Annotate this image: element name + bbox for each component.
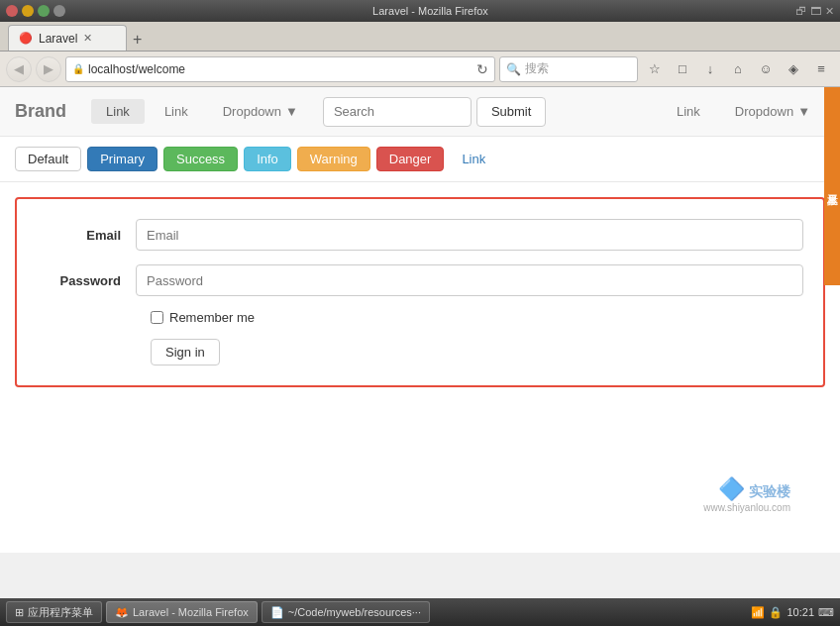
reader-icon[interactable]: □	[670, 56, 695, 82]
site-brand: Brand	[15, 101, 81, 122]
new-tab-button[interactable]: +	[127, 31, 148, 49]
forward-icon: ▶	[44, 61, 53, 76]
search-icon: 🔍	[506, 62, 521, 76]
watermark-sub: www.shiyanlou.com	[703, 502, 790, 513]
side-panel[interactable]: 显示工具栏	[824, 87, 840, 285]
site-navbar: Brand Link Link Dropdown ▼ Submit Link D…	[0, 87, 840, 137]
btn-primary[interactable]: Primary	[87, 147, 158, 171]
watermark-main: 🔷 实验楼	[703, 476, 790, 502]
nav-right-dropdown-label: Dropdown	[735, 104, 793, 119]
pocket-icon[interactable]: ◈	[781, 56, 806, 82]
remember-row: Remember me	[37, 310, 803, 325]
download-icon[interactable]: ↓	[697, 56, 723, 82]
forward-button[interactable]: ▶	[36, 56, 61, 82]
back-button[interactable]: ◀	[6, 56, 32, 82]
titlebar-max-icon[interactable]: 🗖	[810, 5, 821, 18]
url-bar[interactable]: 🔒 localhost/welcome ↻	[65, 56, 495, 82]
url-text: localhost/welcome	[88, 62, 476, 76]
search-bar[interactable]: 🔍 搜索	[499, 56, 638, 82]
nav-dropdown-1-label: Dropdown	[223, 104, 281, 119]
password-group: Password	[37, 264, 803, 296]
nav-right-dropdown[interactable]: Dropdown ▼	[720, 99, 825, 124]
btn-link[interactable]: Link	[450, 148, 497, 170]
titlebar-close-icon[interactable]: ✕	[825, 5, 834, 18]
title-bar: Laravel - Mozilla Firefox 🗗 🗖 ✕	[0, 0, 840, 22]
email-label: Email	[37, 228, 136, 243]
reload-icon[interactable]: ↻	[476, 61, 488, 77]
lock-icon: 🔒	[72, 63, 84, 74]
watermark-logo-icon: 🔷	[718, 476, 745, 501]
home-icon[interactable]: ⌂	[725, 56, 751, 82]
remember-checkbox[interactable]	[151, 311, 163, 324]
tab-close-btn[interactable]: ✕	[83, 32, 92, 45]
extra-btn[interactable]	[53, 5, 65, 17]
button-row: Default Primary Success Info Warning Dan…	[0, 137, 840, 182]
menu-icon[interactable]: ≡	[808, 56, 834, 82]
btn-success[interactable]: Success	[163, 147, 238, 171]
password-input[interactable]	[136, 264, 803, 296]
btn-default[interactable]: Default	[15, 147, 81, 171]
signin-row: Sign in	[37, 339, 803, 365]
nav-bar: ◀ ▶ 🔒 localhost/welcome ↻ 🔍 搜索 ☆ □ ↓ ⌂ ☺…	[0, 52, 840, 87]
tab-label: Laravel	[39, 32, 77, 46]
back-icon: ◀	[14, 61, 24, 76]
nav-dropdown-1-arrow: ▼	[285, 104, 298, 119]
email-group: Email	[37, 219, 803, 251]
btn-danger[interactable]: Danger	[376, 147, 445, 171]
nav-dropdown-1[interactable]: Dropdown ▼	[208, 99, 313, 124]
window-controls[interactable]	[6, 5, 65, 17]
signin-button[interactable]: Sign in	[151, 339, 220, 365]
emoji-icon[interactable]: ☺	[753, 56, 779, 82]
btn-info[interactable]: Info	[244, 147, 291, 171]
site-search-input[interactable]	[323, 97, 472, 127]
nav-icons: ☆ □ ↓ ⌂ ☺ ◈ ≡	[642, 56, 834, 82]
browser-tab-laravel[interactable]: 🔴 Laravel ✕	[8, 25, 127, 51]
nav-right-dropdown-arrow: ▼	[797, 104, 810, 119]
nav-link-2[interactable]: Link	[150, 99, 203, 124]
tab-bar: 🔴 Laravel ✕ +	[0, 22, 840, 52]
restore-icon[interactable]: 🗗	[795, 5, 806, 18]
app-area: Brand Link Link Dropdown ▼ Submit Link D…	[0, 87, 840, 553]
watermark: 🔷 实验楼 www.shiyanlou.com	[703, 476, 790, 513]
minimize-btn[interactable]	[22, 5, 34, 17]
close-btn[interactable]	[6, 5, 18, 17]
password-label: Password	[37, 273, 136, 288]
site-submit-button[interactable]: Submit	[476, 97, 546, 127]
remember-label: Remember me	[169, 310, 255, 325]
window-right-controls: 🗗 🗖 ✕	[795, 5, 834, 18]
form-panel: Email Password Remember me Sign in	[15, 197, 825, 387]
maximize-btn[interactable]	[38, 5, 50, 17]
bookmark-icon[interactable]: ☆	[642, 56, 668, 82]
tab-favicon: 🔴	[19, 32, 33, 45]
search-placeholder: 搜索	[525, 60, 549, 77]
btn-warning[interactable]: Warning	[297, 147, 370, 171]
window-title: Laravel - Mozilla Firefox	[65, 5, 795, 17]
nav-right-link[interactable]: Link	[662, 99, 715, 124]
email-input[interactable]	[136, 219, 803, 251]
nav-link-1[interactable]: Link	[91, 99, 145, 124]
navbar-right: Link Dropdown ▼	[662, 99, 825, 124]
